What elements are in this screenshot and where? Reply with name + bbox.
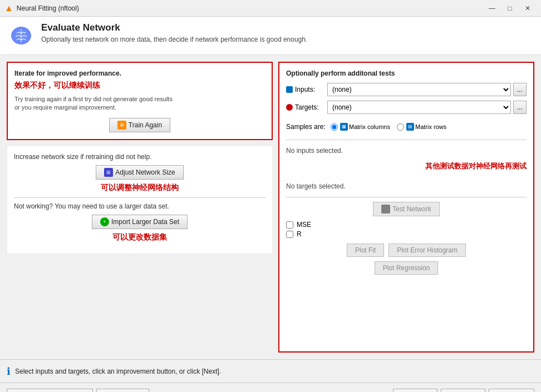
main-content: Iterate for improved performance. 效果不好，可…	[0, 55, 541, 359]
r-checkbox[interactable]	[286, 231, 293, 238]
samples-label: Samples are:	[286, 123, 331, 131]
inputs-icon	[286, 86, 293, 93]
app-logo-icon: ▲	[4, 3, 13, 13]
not-working-text: Not working? You may need to use a large…	[14, 202, 265, 210]
page-title: Evaluate Network	[41, 22, 307, 33]
import-icon: +	[100, 217, 109, 226]
plot-regression-button[interactable]: Plot Regression	[375, 261, 439, 275]
iterate-text2: or you require marginal improvement.	[14, 104, 116, 111]
r-checkbox-row: R	[286, 230, 527, 238]
left-panel: Iterate for improved performance. 效果不好，可…	[7, 62, 273, 353]
iterate-text1: Try training again if a first try did no…	[14, 96, 173, 102]
targets-row: Targets: (none) ...	[286, 101, 527, 114]
targets-label: Targets:	[286, 103, 325, 111]
targets-browse-button[interactable]: ...	[513, 101, 527, 114]
mse-checkbox[interactable]	[286, 221, 293, 229]
iterate-section: Iterate for improved performance. 效果不好，可…	[7, 62, 273, 140]
samples-row: Samples are: ▦ Matrix columns ▤ Matrix r…	[286, 118, 527, 135]
right-panel-title: Optionally perform additonal tests	[286, 70, 527, 77]
footer-left: ◀ Neural Network Start ⊞ Welcome	[7, 389, 149, 393]
mid-divider	[286, 197, 527, 197]
inputs-select[interactable]: (none)	[327, 83, 511, 96]
adjust-icon: ⊞	[104, 168, 113, 177]
test-network-icon	[381, 205, 390, 214]
footer: ◀ Neural Network Start ⊞ Welcome ◀ Back …	[0, 383, 541, 392]
plot-error-histogram-button[interactable]: Plot Error Histogram	[388, 244, 466, 257]
footer-right: ◀ Back ▶ Next ✖ Cancel	[393, 389, 534, 393]
cancel-button[interactable]: ✖ Cancel	[489, 389, 534, 393]
plot-buttons-row2: Plot Regression	[286, 261, 527, 275]
titlebar-left: ▲ Neural Fitting (nftool)	[4, 3, 79, 13]
iterate-text: Try training again if a first try did no…	[14, 95, 265, 112]
inputs-label: Inputs:	[286, 86, 325, 93]
adjust-network-button[interactable]: ⊞ Adjust Network Size	[96, 165, 183, 180]
inputs-browse-button[interactable]: ...	[513, 83, 527, 96]
targets-select[interactable]: (none)	[327, 101, 511, 114]
radio-group: ▦ Matrix columns ▤ Matrix rows	[331, 123, 446, 131]
matrix-rows-icon: ▤	[406, 123, 414, 131]
titlebar-controls[interactable]: — □ ✕	[483, 2, 537, 14]
no-inputs-text: No inputs selected.	[286, 145, 527, 157]
no-targets-text: No targets selected.	[286, 180, 527, 192]
right-panel: Optionally perform additonal tests Input…	[278, 62, 534, 353]
iterate-annotation: 效果不好，可以继续训练	[14, 81, 265, 91]
neural-network-start-button[interactable]: ◀ Neural Network Start	[7, 389, 93, 393]
page-subtitle: Optionally test network on more data, th…	[41, 36, 307, 43]
titlebar: ▲ Neural Fitting (nftool) — □ ✕	[0, 0, 541, 17]
welcome-button[interactable]: ⊞ Welcome	[96, 389, 149, 393]
brain-icon	[9, 23, 33, 48]
back-button[interactable]: ◀ Back	[393, 389, 437, 393]
network-size-section: Increase network size if retraining did …	[7, 146, 273, 254]
test-network-button[interactable]: Test Network	[373, 202, 439, 216]
import-annotation: 可以更改数据集	[14, 232, 265, 242]
network-size-text: Increase network size if retraining did …	[14, 153, 265, 161]
window-title: Neural Fitting (nftool)	[17, 4, 79, 12]
train-icon: ⚙	[117, 121, 126, 130]
statusbar: ℹ Select inputs and targets, click an im…	[0, 359, 541, 383]
status-icon: ℹ	[7, 365, 11, 378]
top-divider	[286, 140, 527, 140]
header: Evaluate Network Optionally test network…	[0, 17, 541, 55]
matrix-rows-radio[interactable]: ▤ Matrix rows	[397, 123, 446, 131]
adjust-annotation: 可以调整神经网络结构	[14, 183, 265, 193]
r-label: R	[297, 230, 302, 238]
header-icon	[8, 22, 35, 49]
matrix-cols-icon: ▦	[340, 123, 348, 131]
test-network-row: Test Network	[286, 202, 527, 216]
mse-checkbox-row: MSE	[286, 221, 527, 229]
header-text: Evaluate Network Optionally test network…	[41, 22, 307, 43]
next-button[interactable]: ▶ Next	[441, 389, 485, 393]
inputs-row: Inputs: (none) ...	[286, 83, 527, 96]
iterate-title: Iterate for improved performance.	[14, 70, 265, 77]
plot-buttons-row1: Plot Fit Plot Error Histogram	[286, 244, 527, 257]
matrix-cols-radio[interactable]: ▦ Matrix columns	[331, 123, 390, 131]
mse-label: MSE	[297, 221, 311, 229]
targets-icon	[286, 104, 293, 111]
divider	[14, 197, 265, 198]
train-again-button[interactable]: ⚙ Train Again	[109, 118, 170, 132]
maximize-button[interactable]: □	[501, 2, 519, 14]
status-text: Select inputs and targets, click an impr…	[15, 368, 221, 375]
import-data-button[interactable]: + Import Larger Data Set	[92, 215, 188, 229]
right-annotation: 其他测试数据对神经网络再测试	[425, 161, 527, 171]
minimize-button[interactable]: —	[483, 2, 501, 14]
plot-fit-button[interactable]: Plot Fit	[347, 244, 384, 257]
close-button[interactable]: ✕	[519, 2, 537, 14]
